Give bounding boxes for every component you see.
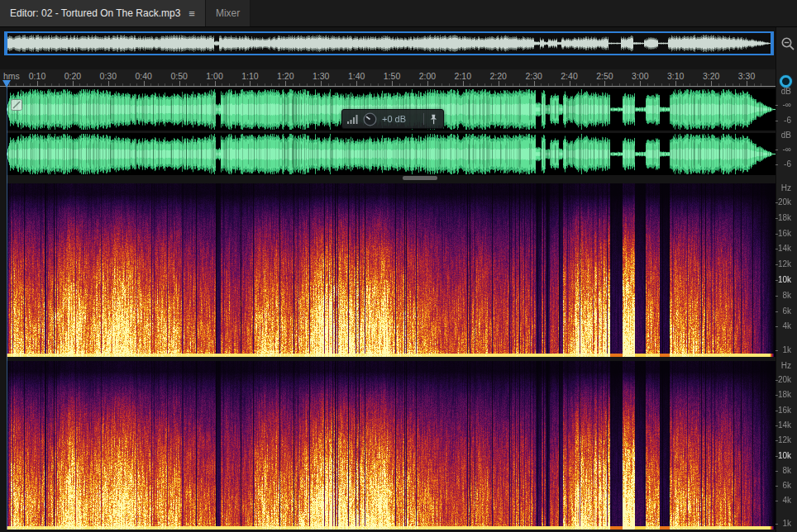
panel-tab-bar: Editor: 02 - Tortured On The Rack.mp3 ≡ … (0, 0, 797, 27)
ruler-time-label: 0:30 (90, 71, 126, 81)
channel-edit-icon[interactable] (11, 99, 22, 111)
ruler-time-label: 2:20 (480, 71, 517, 81)
overview-left-handle[interactable] (4, 31, 7, 55)
ruler-minor-tick (101, 83, 102, 86)
playhead-marker[interactable] (2, 80, 11, 88)
ruler-minor-tick (505, 83, 506, 86)
frequency-tick-label: 6k (776, 481, 795, 491)
ruler-minor-tick (612, 83, 613, 86)
ruler-minor-tick (513, 83, 513, 86)
ruler-minor-tick (718, 83, 719, 86)
horizontal-scrollbar-thumb[interactable] (403, 176, 437, 180)
ruler-minor-tick (307, 83, 308, 86)
ruler-major-tick (570, 81, 570, 86)
frequency-tick-label: 20k (776, 375, 795, 385)
amplitude-unit-label: dB (776, 87, 795, 97)
ruler-minor-tick (491, 83, 492, 86)
ruler-major-tick (604, 81, 605, 86)
ruler-minor-tick (739, 83, 740, 86)
ruler-major-tick (250, 81, 251, 86)
ruler-minor-tick (236, 83, 236, 86)
ruler-minor-tick (16, 83, 17, 86)
tab-bar-filler (251, 0, 797, 26)
amplitude-tick-label: -∞ (776, 100, 795, 110)
ruler-minor-tick (449, 83, 450, 86)
ruler-time-label: 1:30 (303, 71, 339, 81)
frequency-tick-label: 20k (776, 197, 795, 207)
ruler-minor-tick (150, 83, 151, 86)
ruler-minor-tick (51, 83, 52, 86)
ruler-minor-tick (222, 83, 222, 86)
frequency-tick-label: 4k (776, 321, 795, 331)
ruler-time-label: 3:00 (622, 71, 658, 81)
ruler-time-label: 1:00 (197, 71, 233, 81)
ruler-minor-tick (229, 83, 230, 86)
ruler-time-label: 3:10 (657, 71, 694, 81)
ruler-minor-tick (725, 83, 726, 86)
ruler-minor-tick (257, 83, 258, 86)
frequency-tick-label: 10k (776, 275, 795, 285)
ruler-minor-tick (754, 83, 755, 86)
ruler-minor-tick (484, 83, 485, 86)
ruler-minor-tick (576, 83, 577, 86)
ruler-minor-tick (193, 83, 194, 86)
ruler-minor-tick (335, 83, 336, 86)
level-meter-icon (347, 115, 358, 124)
ruler-major-tick (285, 81, 286, 86)
overview-right-handle[interactable] (771, 31, 774, 55)
zoom-out-icon[interactable] (780, 36, 795, 51)
frequency-tick-label: 12k (776, 435, 795, 445)
gain-value: +0 dB (382, 114, 418, 124)
frequency-tick-label: 16k (776, 229, 795, 239)
frequency-tick-label: 8k (776, 466, 795, 476)
ruler-minor-tick (598, 83, 599, 86)
ruler-minor-tick (186, 83, 187, 86)
overview-navigator[interactable] (4, 31, 774, 55)
waveform-canvas-ch2[interactable] (7, 133, 776, 175)
ruler-minor-tick (342, 83, 343, 86)
vertical-zoom-knob-icon[interactable] (780, 75, 792, 88)
amplitude-tick-label: -6 (776, 159, 795, 169)
ruler-major-tick (392, 81, 393, 86)
ruler-major-tick (37, 81, 38, 86)
ruler-minor-tick (669, 83, 670, 86)
ruler-minor-tick (165, 83, 165, 86)
ruler-minor-tick (661, 83, 662, 86)
frequency-tick-label: 4k (776, 496, 795, 506)
ruler-major-tick (499, 81, 499, 86)
tab-mixer[interactable]: Mixer (206, 0, 251, 26)
amplitude-unit-label: dB (776, 131, 795, 140)
ruler-minor-tick (384, 83, 385, 86)
ruler-minor-tick (94, 83, 95, 86)
ruler-time-label: 2:40 (551, 71, 588, 81)
ruler-time-label: 0:50 (161, 71, 198, 81)
editor-tab-label: Editor: 02 - Tortured On The Rack.mp3 (10, 7, 180, 19)
hud-separator (423, 113, 424, 125)
ruler-minor-tick (654, 83, 655, 86)
ruler-minor-tick (293, 83, 294, 86)
ruler-minor-tick (420, 83, 421, 86)
pin-icon[interactable] (429, 114, 438, 125)
ruler-minor-tick (364, 83, 365, 86)
ruler-minor-tick (470, 83, 470, 86)
ruler-minor-tick (87, 83, 88, 86)
ruler-minor-tick (704, 83, 705, 86)
playhead-line (7, 80, 7, 530)
frequency-tick-label: 18k (776, 213, 795, 223)
amplitude-tick-label: -∞ (776, 145, 795, 154)
timeline-ruler[interactable]: hms0:100:200:300:400:501:001:101:201:301… (0, 69, 776, 87)
tab-editor[interactable]: Editor: 02 - Tortured On The Rack.mp3 ≡ (0, 0, 206, 26)
ruler-minor-tick (555, 83, 556, 86)
ruler-minor-tick (115, 83, 116, 86)
volume-knob-icon[interactable] (363, 112, 377, 126)
ruler-minor-tick (697, 83, 698, 86)
ruler-minor-tick (761, 83, 761, 86)
ruler-minor-tick (279, 83, 279, 86)
panel-menu-icon[interactable]: ≡ (189, 7, 195, 20)
spectrogram-canvas-ch2[interactable] (7, 361, 776, 530)
spectrogram-canvas-ch1[interactable] (7, 183, 776, 357)
ruler-time-label: 2:10 (445, 71, 481, 81)
ruler-minor-tick (370, 83, 371, 86)
ruler-minor-tick (619, 83, 620, 86)
volume-hud[interactable]: +0 dB (341, 109, 444, 129)
